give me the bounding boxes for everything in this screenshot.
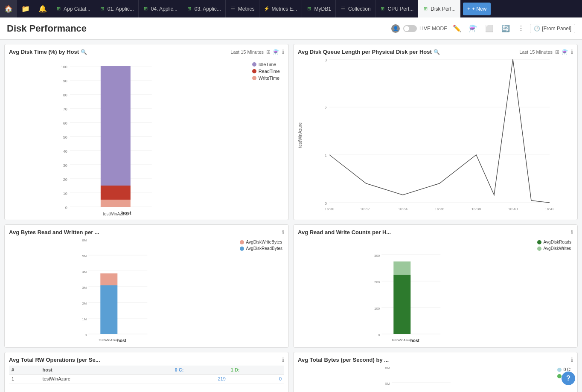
legend-write: WriteTime	[252, 75, 280, 81]
help-icon: ?	[566, 375, 570, 382]
tab-metrics-e[interactable]: ⚡ Metrics E...	[259, 0, 302, 17]
time-range-disk-time: Last 15 Minutes	[230, 49, 264, 55]
share-button[interactable]: ⬜	[483, 22, 496, 35]
legend-disk-writes: AvgDiskWrites	[537, 246, 571, 251]
folder-icon[interactable]: 📁	[17, 0, 34, 17]
svg-text:16:40: 16:40	[508, 207, 518, 211]
more-button[interactable]: ⋮	[515, 22, 527, 35]
legend-dot-write	[252, 76, 256, 80]
info-icon-total-bytes[interactable]: ℹ	[571, 357, 573, 363]
disk-time-chart-area: 0 10 20 30 40 50 60 70 80 90 100	[9, 58, 284, 215]
legend-label-read: ReadTime	[259, 69, 280, 74]
legend-dot-read	[252, 69, 256, 73]
live-mode-switch[interactable]	[403, 25, 417, 32]
live-mode-toggle[interactable]: LIVE MODE	[403, 25, 447, 32]
filter-button[interactable]: ⚗️	[467, 22, 480, 35]
tab-collection[interactable]: ☰ Collection	[336, 0, 375, 17]
svg-text:70: 70	[63, 107, 67, 111]
search-icon-disk-queue[interactable]: 🔍	[434, 49, 440, 55]
svg-text:0: 0	[85, 333, 87, 337]
tab-icon-04: ⊞	[143, 6, 149, 12]
svg-text:testWinAzure: testWinAzure	[99, 338, 119, 342]
toggle-knob	[404, 26, 409, 31]
info-icon-disk-queue[interactable]: ℹ	[571, 49, 573, 55]
page-header: Disk Performance 👤 LIVE MODE ✏️ ⚗️ ⬜ 🔄 ⋮…	[0, 17, 582, 40]
legend-read: ReadTime	[252, 69, 280, 74]
tab-03-applic[interactable]: ⊞ 03. Applic...	[182, 0, 226, 17]
avg-bytes-chart-area: 0 1M 2M 3M 4M 5M 6M	[9, 238, 284, 343]
legend-disk-reads: AvgDiskReads	[537, 240, 571, 244]
cell-c0: 219	[172, 375, 228, 383]
disk-time-chart: 0 10 20 30 40 50 60 70 80 90 100	[9, 58, 244, 215]
info-icon-total-rw[interactable]: ℹ	[282, 357, 284, 363]
clock-icon: 🕐	[534, 26, 540, 32]
legend-dot-read-bytes	[240, 247, 244, 251]
tab-metrics[interactable]: ☰ Metrics	[226, 0, 259, 17]
svg-text:6M: 6M	[82, 238, 87, 242]
tab-icon-03: ⊞	[186, 6, 192, 12]
svg-text:2: 2	[325, 106, 327, 110]
svg-text:16:36: 16:36	[435, 207, 445, 211]
svg-text:1: 1	[325, 154, 327, 158]
tab-cpu-perf[interactable]: ⊞ CPU Perf...	[375, 0, 419, 17]
edit-button[interactable]: ✏️	[451, 22, 463, 35]
disk-queue-svg-wrap: 0 1 2 3 16:30 16:32	[304, 58, 573, 212]
search-icon-disk-time[interactable]: 🔍	[81, 49, 87, 55]
time-range-disk-queue: Last 15 Minutes	[519, 49, 553, 55]
svg-text:3: 3	[325, 58, 327, 62]
refresh-button[interactable]: 🔄	[499, 22, 512, 35]
svg-rect-23	[101, 186, 131, 200]
svg-text:16:32: 16:32	[360, 207, 370, 211]
home-icon[interactable]: 🏠	[0, 0, 17, 17]
disk-queue-y-labels: testWinAzure	[298, 58, 303, 212]
rw-ops-table: # host 0 C: 1 D: 1 testWinAzure 219 0	[9, 366, 284, 383]
svg-text:6M: 6M	[385, 366, 390, 370]
svg-text:16:38: 16:38	[471, 207, 481, 211]
filter-icon-disk-time[interactable]: ⚗️	[273, 49, 279, 55]
page-title: Disk Performance	[7, 23, 391, 34]
legend-dot-write-bytes	[240, 240, 244, 244]
svg-text:16:30: 16:30	[325, 207, 335, 211]
plus-icon: +	[467, 6, 470, 12]
col-header-host: host	[40, 366, 172, 375]
legend-write-bytes: AvgDiskWriteBytes	[240, 240, 282, 244]
svg-text:0: 0	[65, 206, 67, 210]
info-icon-avg-rw[interactable]: ℹ	[571, 229, 573, 235]
svg-text:30: 30	[63, 163, 67, 168]
col-header-d1: 1 D:	[228, 366, 284, 375]
legend-label-write-bytes: AvgDiskWriteBytes	[246, 240, 282, 244]
avg-rw-svg: 0 100 200 300 testWinAzure	[298, 238, 532, 340]
tab-04-applic[interactable]: ⊞ 04. Applic...	[139, 0, 182, 17]
tab-icon-metrics: ☰	[230, 6, 236, 12]
panel-avg-rw-counts: Avg Read and Write Counts per H... ℹ 0 1…	[293, 224, 578, 348]
info-icon-disk-time[interactable]: ℹ	[282, 49, 284, 55]
tab-app-catalog[interactable]: ⊞ App Catal...	[51, 0, 95, 17]
svg-rect-66	[393, 261, 410, 275]
svg-text:300: 300	[374, 254, 380, 258]
svg-text:0: 0	[378, 333, 380, 337]
panel-title-total-rw: Avg Total RW Operations (per Se...	[9, 357, 100, 363]
table-row: 1 testWinAzure 219 0	[9, 375, 284, 383]
tab-mydb1[interactable]: ⊞ MyDB1	[302, 0, 336, 17]
svg-text:2M: 2M	[82, 302, 87, 305]
svg-text:100: 100	[374, 307, 380, 311]
tab-disk-perf[interactable]: ⊞ Disk Perf...	[418, 0, 460, 17]
tab-01-applic[interactable]: ⊞ 01. Applic...	[95, 0, 139, 17]
bell-icon[interactable]: 🔔	[34, 0, 51, 17]
legend-dot-writes	[537, 247, 541, 251]
avg-rw-chart-area: 0 100 200 300 testWinAzure host	[298, 238, 573, 343]
table-icon-disk-queue[interactable]: ⊞	[555, 49, 559, 55]
help-button[interactable]: ?	[562, 372, 575, 385]
info-icon-avg-bytes[interactable]: ℹ	[282, 229, 284, 235]
disk-queue-svg: 0 1 2 3 16:30 16:32	[304, 58, 573, 211]
svg-text:5M: 5M	[385, 382, 390, 386]
svg-text:40: 40	[63, 149, 67, 154]
filter-icon-disk-queue[interactable]: ⚗️	[562, 49, 568, 55]
col-header-num: #	[9, 366, 40, 375]
disk-time-svg: 0 10 20 30 40 50 60 70 80 90 100	[9, 58, 244, 211]
table-icon-disk-time[interactable]: ⊞	[266, 49, 271, 55]
tab-icon-metrics-e: ⚡	[264, 6, 270, 12]
svg-text:200: 200	[374, 280, 380, 284]
legend-label-reads: AvgDiskReads	[544, 240, 571, 244]
new-tab-button[interactable]: + + New	[463, 3, 491, 15]
